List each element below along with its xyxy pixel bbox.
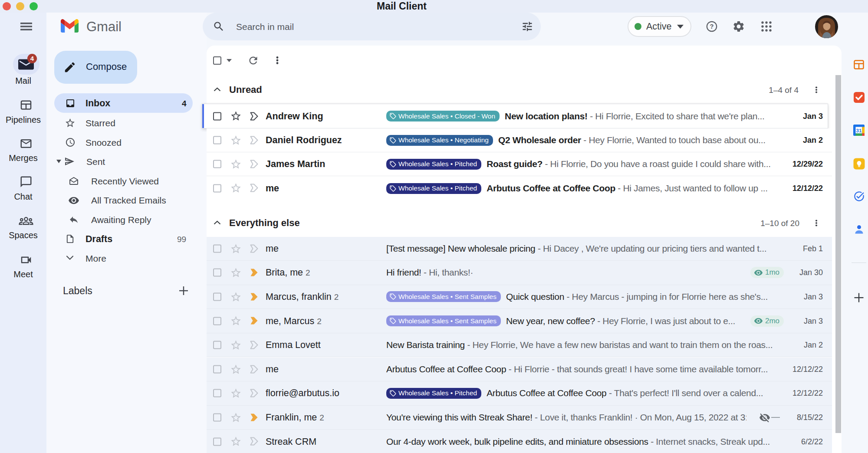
svg-text:?: ?: [710, 23, 714, 30]
svg-text:31: 31: [856, 128, 862, 133]
